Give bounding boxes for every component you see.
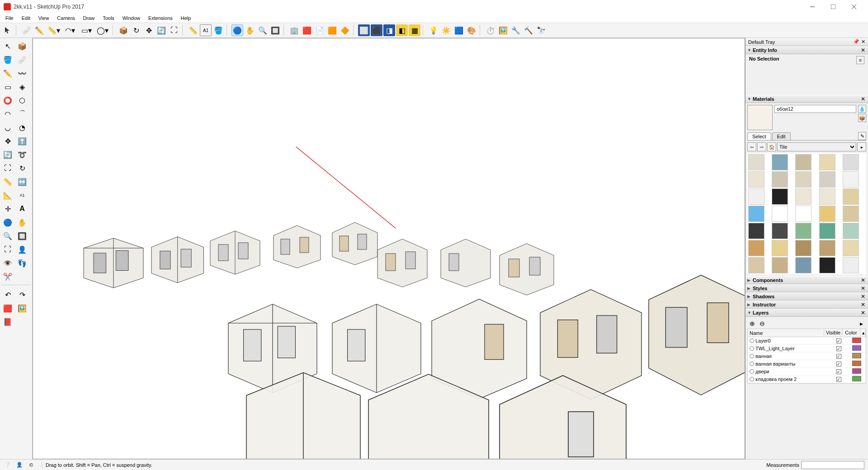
material-swatch[interactable] xyxy=(843,240,859,256)
style-iso[interactable]: ⬜ xyxy=(358,24,370,36)
zoom-tool-2[interactable]: 🔍 xyxy=(1,230,14,242)
pan-tool-2[interactable]: ✋ xyxy=(15,216,29,229)
axes-tool[interactable]: ✛ xyxy=(1,202,14,215)
panel-close-icon[interactable]: ✕ xyxy=(860,285,866,291)
hammer-tool[interactable]: 🔨 xyxy=(523,24,534,36)
material-swatch[interactable] xyxy=(795,188,811,205)
material-swatch[interactable] xyxy=(795,206,811,222)
line-dropdown[interactable]: 📏▾ xyxy=(46,24,61,36)
menu-file[interactable]: File xyxy=(2,14,17,22)
rect-tool-2[interactable]: ▭ xyxy=(1,80,14,93)
component-tool[interactable]: 📦 xyxy=(15,40,29,52)
orbit-tool-2[interactable]: 🔵 xyxy=(1,216,14,229)
panel-layers-header[interactable]: ▼ Layers ✕ xyxy=(745,309,868,317)
minimize-button[interactable] xyxy=(802,0,823,14)
walk-tool[interactable]: 👣 xyxy=(15,257,29,269)
materials-tab-edit[interactable]: Edit xyxy=(772,132,791,140)
menu-draw[interactable]: Draw xyxy=(79,14,98,22)
entity-menu-icon[interactable]: ≡ xyxy=(856,56,864,64)
panel-close-icon[interactable]: ✕ xyxy=(860,277,866,283)
material-swatch[interactable] xyxy=(819,206,835,222)
zoom-window-tool[interactable]: 🔲 xyxy=(15,230,29,242)
layer-row[interactable]: ванная ✓ xyxy=(748,352,866,360)
zoom-extents-tool[interactable]: 🔲 xyxy=(269,24,281,36)
ext-button-2[interactable]: 🔶 xyxy=(339,24,351,36)
material-swatch[interactable] xyxy=(795,223,811,239)
ext-tool-b[interactable]: 🖼️ xyxy=(15,302,29,315)
maximize-button[interactable] xyxy=(823,0,844,14)
material-swatch[interactable] xyxy=(795,257,811,273)
layer-menu-icon[interactable]: ▸ xyxy=(857,320,865,328)
help-icon[interactable]: ❔ xyxy=(4,461,12,469)
sample-icon[interactable]: 💧 xyxy=(858,105,866,113)
tape-tool[interactable]: 📏 xyxy=(187,24,199,36)
3pt-arc-tool[interactable]: ◡ xyxy=(1,121,14,134)
undo-tool[interactable]: ↶ xyxy=(1,288,14,301)
style-back[interactable]: ◧ xyxy=(396,24,408,36)
layer-row[interactable]: Layer0 ✓ xyxy=(748,337,866,345)
nav-back-icon[interactable]: ⇦ xyxy=(747,142,756,151)
material-swatch[interactable] xyxy=(843,171,859,188)
material-name-input[interactable] xyxy=(774,105,856,113)
pin-icon[interactable]: 📌 xyxy=(853,39,859,45)
panel-close-icon[interactable]: ✕ xyxy=(860,47,866,53)
menu-tools[interactable]: Tools xyxy=(99,14,118,22)
layers-col-name[interactable]: Name xyxy=(748,329,824,337)
select-tool-2[interactable]: ↖ xyxy=(1,40,14,52)
rectangle-tool[interactable]: ▭▾ xyxy=(79,24,94,36)
tray-header[interactable]: Default Tray 📌✕ xyxy=(745,38,868,46)
zoom-extents-2[interactable]: ⛶ xyxy=(1,243,14,256)
rotate-tool-2[interactable]: 🔄 xyxy=(1,148,14,161)
redo-tool[interactable]: ↷ xyxy=(15,288,29,301)
materials-tab-select[interactable]: Select xyxy=(747,132,771,140)
material-swatch[interactable] xyxy=(772,257,788,273)
panel-close-icon[interactable]: ✕ xyxy=(860,310,866,316)
section-tool[interactable]: ✂️ xyxy=(1,270,14,283)
nav-fwd-icon[interactable]: ⇨ xyxy=(757,142,766,151)
warehouse-button[interactable]: 🏢 xyxy=(288,24,300,36)
pie-tool[interactable]: ◔ xyxy=(15,121,29,134)
line-tool-2[interactable]: ✏️ xyxy=(1,67,14,80)
credits-icon[interactable]: © xyxy=(27,461,35,469)
layout-button[interactable]: 📄 xyxy=(314,24,326,36)
style-left[interactable]: ▦ xyxy=(409,24,420,36)
menu-extensions[interactable]: Extensions xyxy=(145,14,176,22)
material-swatch[interactable] xyxy=(748,257,764,273)
material-swatch[interactable] xyxy=(819,223,835,239)
material-swatch[interactable] xyxy=(843,188,859,205)
timer-tool[interactable]: ⏱️ xyxy=(485,24,496,36)
offset-tool[interactable]: ↻ xyxy=(130,24,142,36)
remove-layer-icon[interactable]: ⊖ xyxy=(758,320,766,328)
line-tool[interactable]: ✏️ xyxy=(33,24,45,36)
menu-edit[interactable]: Edit xyxy=(18,14,34,22)
layers-col-color[interactable]: Color xyxy=(842,329,860,337)
position-camera-tool[interactable]: 👤 xyxy=(15,243,29,256)
layer-row[interactable]: TWL_Light_Layer ✓ xyxy=(748,345,866,352)
panel-close-icon[interactable]: ✕ xyxy=(860,301,866,308)
text-tool-2[interactable]: A1 xyxy=(15,189,29,202)
render-tool[interactable]: 🖼️ xyxy=(497,24,509,36)
material-swatch[interactable] xyxy=(843,223,859,239)
rotrect-tool[interactable]: ◈ xyxy=(15,80,29,93)
zoom-tool[interactable]: 🔍 xyxy=(257,24,269,36)
wrench-tool[interactable]: 🔧 xyxy=(510,24,522,36)
panel-components-header[interactable]: ▶ Components ✕ xyxy=(745,276,868,284)
pushpull-tool[interactable]: 📦 xyxy=(118,24,129,36)
material-swatch[interactable] xyxy=(819,171,835,188)
material-swatch[interactable] xyxy=(772,188,788,205)
light-tool[interactable]: 💡 xyxy=(428,24,439,36)
2pt-arc-tool[interactable]: ⌒ xyxy=(15,108,29,120)
pan-tool[interactable]: ✋ xyxy=(244,24,256,36)
style-front[interactable]: ◨ xyxy=(383,24,395,36)
material-preview-swatch[interactable] xyxy=(747,105,773,130)
close-button[interactable] xyxy=(844,0,864,14)
layers-col-visible[interactable]: Visible xyxy=(824,329,842,337)
orbit-tool[interactable]: 🔵 xyxy=(231,24,243,36)
material-category-select[interactable]: Tile xyxy=(777,142,856,151)
material-swatch[interactable] xyxy=(772,240,788,256)
material-swatch[interactable] xyxy=(772,206,788,222)
material-swatch[interactable] xyxy=(819,154,835,170)
material-swatch[interactable] xyxy=(748,171,764,188)
material-swatch[interactable] xyxy=(748,154,764,170)
ext-button-1[interactable]: 🟧 xyxy=(326,24,338,36)
